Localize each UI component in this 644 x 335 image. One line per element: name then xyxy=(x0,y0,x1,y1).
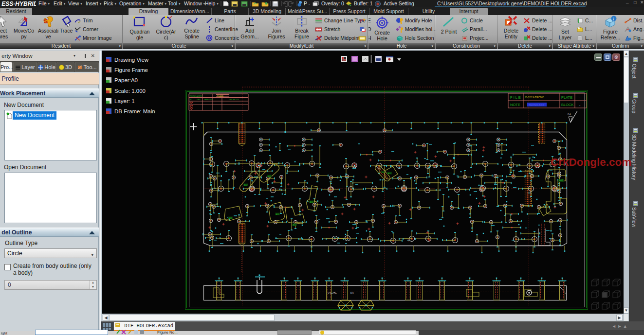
svg-text:01: 01 xyxy=(350,291,354,295)
svg-text:A12: A12 xyxy=(310,201,313,203)
svg-text:DB Frame: Main: DB Frame: Main xyxy=(114,108,155,114)
svg-text:A40: A40 xyxy=(559,179,563,182)
svg-text:A12: A12 xyxy=(267,175,271,177)
svg-text:Figure Frame: Figure Frame xyxy=(114,67,148,73)
svg-text:TECNO ASSIST: TECNO ASSIST xyxy=(190,95,203,97)
svg-text:S: S xyxy=(44,18,48,25)
svg-text:A12: A12 xyxy=(244,184,248,186)
svg-text:Layer: 1: Layer: 1 xyxy=(114,98,135,104)
svg-text:A12: A12 xyxy=(293,224,296,226)
svg-text:NO: NO xyxy=(190,99,192,101)
svg-text:A12: A12 xyxy=(228,217,232,219)
svg-text:APPROVED: APPROVED xyxy=(204,99,213,101)
svg-text:PLAN-B: PLAN-B xyxy=(217,95,224,97)
svg-text:BLOCK: BLOCK xyxy=(561,103,573,107)
svg-text:0.4: 0.4 xyxy=(568,113,571,116)
svg-text:A12: A12 xyxy=(276,213,279,215)
svg-text:21-25-: 21-25- xyxy=(328,291,337,295)
svg-text:Drawing View: Drawing View xyxy=(114,57,149,63)
svg-text:TECNO-BS5: TECNO-BS5 xyxy=(529,104,544,106)
svg-text:18: 18 xyxy=(382,171,384,174)
svg-text:DESCRIPTION: DESCRIPTION xyxy=(229,99,239,101)
svg-text:Scale: 1.000: Scale: 1.000 xyxy=(114,88,146,94)
svg-text:NOTE: NOTE xyxy=(510,103,520,107)
svg-text:Paper:A0: Paper:A0 xyxy=(114,77,138,83)
svg-text:B-2019-TECNO: B-2019-TECNO xyxy=(525,96,545,99)
svg-text:DATE: DATE xyxy=(197,99,201,101)
svg-text:F I L E: F I L E xyxy=(510,95,521,100)
svg-text:PLATE: PLATE xyxy=(561,95,572,100)
svg-text:A12: A12 xyxy=(387,172,391,175)
